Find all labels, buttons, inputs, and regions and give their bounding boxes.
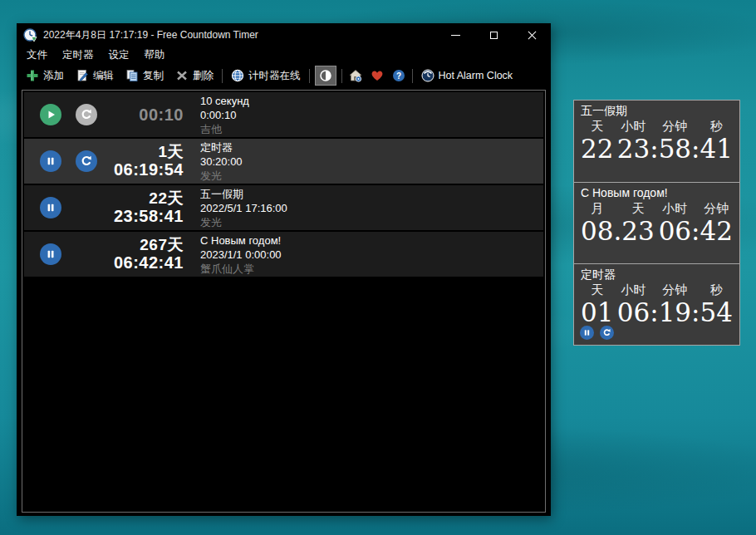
minimize-icon <box>451 35 460 36</box>
unit-value: 06 <box>617 297 650 327</box>
pause-button[interactable] <box>40 243 61 265</box>
widget-title: 五一假期 <box>581 104 733 118</box>
timer-sound: 吉他 <box>200 122 249 136</box>
unit-label: 天 <box>591 282 603 297</box>
remaining-time: 1天 06:19:54 <box>97 143 184 179</box>
toolbar-separator <box>341 69 342 83</box>
copy-icon <box>125 69 139 82</box>
timer-row[interactable]: 1天 06:19:54 定时器 30:20:00 发光 <box>24 139 543 184</box>
toolbar-separator <box>412 69 413 83</box>
timer-name: 10 секунд <box>200 94 249 108</box>
pause-button[interactable] <box>40 150 61 172</box>
minimize-button[interactable] <box>436 23 474 47</box>
edit-button[interactable]: 编辑 <box>70 66 120 86</box>
unit-label: 小时 <box>621 282 646 297</box>
timer-target: 0:00:10 <box>200 108 249 122</box>
copy-button[interactable]: 复制 <box>120 66 169 86</box>
menu-file[interactable]: 文件 <box>19 47 55 64</box>
timer-target: 2022/5/1 17:16:00 <box>200 201 287 215</box>
timer-row[interactable]: 22天 23:58:41 五一假期 2022/5/1 17:16:00 发光 <box>24 185 543 230</box>
pause-icon <box>44 248 57 261</box>
unit-value: 54 <box>700 297 733 327</box>
timer-sound: 发光 <box>200 215 287 229</box>
timer-row[interactable]: 00:10 10 секунд 0:00:10 吉他 <box>24 92 543 137</box>
unit-label: 小时 <box>621 119 646 134</box>
heart-icon <box>371 69 384 82</box>
timer-name: С Новым годом! <box>200 233 282 248</box>
timer-online-button[interactable]: 计时器在线 <box>225 66 307 86</box>
repeat-icon <box>602 328 611 337</box>
unit-value: 42 <box>700 216 733 246</box>
timer-details: 定时器 30:20:00 发光 <box>200 140 243 183</box>
unit-value: 58 <box>659 134 691 164</box>
menu-timer[interactable]: 定时器 <box>55 47 101 64</box>
timer-details: 五一假期 2022/5/1 17:16:00 发光 <box>200 187 287 229</box>
contrast-toggle-button[interactable] <box>315 66 336 86</box>
app-window: 2022年4月8日 17:17:19 - Free Countdown Time… <box>17 23 551 516</box>
maximize-button[interactable] <box>474 23 513 47</box>
delete-x-icon <box>175 69 189 82</box>
countdown-widget[interactable]: 定时器 天01 小时06 : 分钟19 : 秒54 <box>574 263 739 345</box>
close-button[interactable] <box>513 23 551 47</box>
unit-label: 小时 <box>662 201 687 216</box>
menu-settings[interactable]: 设定 <box>101 47 137 64</box>
pause-icon <box>44 155 57 168</box>
unit-label: 天 <box>591 119 603 134</box>
timer-row[interactable]: 267天 06:42:41 С Новым годом! 2023/1/1 0:… <box>24 232 543 277</box>
unit-label: 分钟 <box>662 119 687 134</box>
hot-alarm-clock-button[interactable]: Hot Alarm Clock <box>415 66 519 86</box>
timer-details: 10 секунд 0:00:10 吉他 <box>200 94 249 136</box>
close-icon <box>528 31 537 40</box>
edit-pencil-icon <box>76 69 89 82</box>
unit-separator: : <box>691 134 700 164</box>
app-icon <box>23 28 37 42</box>
unit-value: 23 <box>621 216 654 246</box>
window-title: 2022年4月8日 17:17:19 - Free Countdown Time… <box>43 28 258 42</box>
pause-icon <box>44 201 57 214</box>
remaining-time: 22天 23:58:41 <box>97 189 184 226</box>
widget-title: С Новым годом! <box>581 186 733 200</box>
home-gear-icon <box>349 69 362 82</box>
countdown-widget-panel[interactable]: 五一假期 天22 小时23 : 分钟58 : 秒41 С Новым годом… <box>573 100 740 346</box>
globe-icon <box>231 69 244 82</box>
add-button[interactable]: 添加 <box>20 66 70 86</box>
unit-separator: : <box>650 297 658 327</box>
remaining-time: 00:10 <box>97 106 184 124</box>
timer-details: С Новым годом! 2023/1/1 0:00:00 蟹爪仙人掌 <box>200 233 282 276</box>
pause-button[interactable] <box>40 197 61 218</box>
titlebar[interactable]: 2022年4月8日 17:17:19 - Free Countdown Time… <box>17 23 551 47</box>
unit-label: 分钟 <box>662 282 687 297</box>
plus-icon <box>26 69 39 82</box>
toolbar: 添加 编辑 复制 删除 <box>17 64 551 87</box>
repeat-button[interactable] <box>76 150 97 172</box>
widget-repeat-button[interactable] <box>600 326 614 340</box>
timer-target: 2023/1/1 0:00:00 <box>200 248 282 262</box>
alarm-clock-icon <box>421 69 434 82</box>
unit-label: 分钟 <box>704 201 729 216</box>
countdown-widget[interactable]: С Новым годом! 月08 . 天23 小时06 : 分钟42 <box>574 182 739 263</box>
unit-separator: : <box>691 297 700 327</box>
countdown-display: 月08 . 天23 小时06 : 分钟42 <box>581 201 733 246</box>
unit-value: 08 <box>581 216 613 246</box>
countdown-widget[interactable]: 五一假期 天22 小时23 : 分钟58 : 秒41 <box>574 101 739 182</box>
start-button[interactable] <box>40 104 61 125</box>
widget-controls <box>580 326 614 340</box>
unit-value: 01 <box>581 297 613 327</box>
menubar: 文件 定时器 设定 帮助 <box>17 47 551 64</box>
help-button[interactable]: ? <box>388 66 410 86</box>
unit-separator: : <box>691 216 700 246</box>
timer-name: 五一假期 <box>200 187 287 201</box>
home-button[interactable] <box>345 66 366 86</box>
delete-button[interactable]: 删除 <box>169 66 219 86</box>
menu-help[interactable]: 帮助 <box>137 47 173 64</box>
unit-separator: . <box>613 216 621 246</box>
help-icon: ? <box>392 69 405 82</box>
repeat-button[interactable] <box>76 104 97 125</box>
unit-value: 19 <box>659 297 691 327</box>
timer-sound: 蟹爪仙人掌 <box>200 262 282 276</box>
widget-pause-button[interactable] <box>580 326 594 340</box>
timer-sound: 发光 <box>200 169 243 183</box>
unit-value: 22 <box>581 134 613 164</box>
donate-button[interactable] <box>366 66 388 86</box>
timer-list: 00:10 10 секунд 0:00:10 吉他 <box>22 90 546 513</box>
